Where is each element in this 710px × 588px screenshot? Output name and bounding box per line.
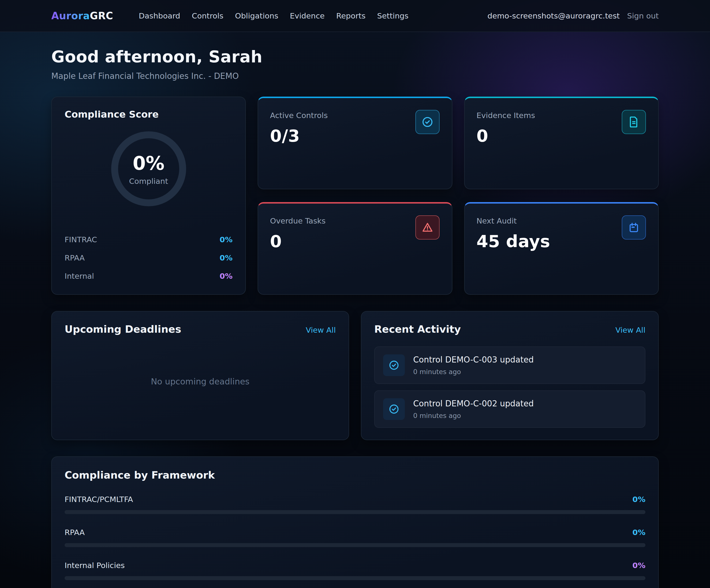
framework-label: RPAA: [65, 528, 85, 537]
circle-check-icon: [383, 354, 405, 376]
framework-row-rpaa: RPAA 0%: [65, 528, 645, 547]
compliance-percent: 0%: [133, 152, 164, 174]
stat-value: 0: [270, 231, 440, 251]
framework-progress-bar: [65, 576, 645, 580]
score-breakdown: FINTRAC 0% RPAA 0% Internal 0%: [65, 220, 233, 280]
nav-item-evidence[interactable]: Evidence: [290, 11, 325, 20]
stat-label: Active Controls: [270, 111, 440, 120]
activity-item-title: Control DEMO-C-003 updated: [413, 355, 534, 365]
compliance-score-title: Compliance Score: [65, 109, 233, 120]
alert-triangle-icon: [416, 215, 440, 240]
activity-item-time: 0 minutes ago: [413, 412, 534, 419]
stat-label: Next Audit: [476, 216, 646, 225]
activity-view-all-link[interactable]: View All: [615, 325, 645, 335]
logo-aurora: Aurora: [51, 10, 90, 21]
stat-label: Evidence Items: [476, 111, 646, 120]
framework-progress-bar: [65, 543, 645, 547]
deadlines-view-all-link[interactable]: View All: [306, 325, 336, 335]
stats-grid: Compliance Score 0% Compliant FINTRAC 0%: [51, 97, 659, 295]
compliance-score-card: Compliance Score 0% Compliant FINTRAC 0%: [51, 97, 246, 295]
score-row-value: 0%: [220, 253, 233, 262]
compliance-caption: Compliant: [129, 177, 168, 186]
score-row-fintrac: FINTRAC 0%: [65, 235, 233, 244]
app-logo[interactable]: AuroraGRC: [51, 10, 113, 21]
score-row-label: FINTRAC: [65, 235, 97, 244]
activity-item[interactable]: Control DEMO-C-002 updated 0 minutes ago: [374, 390, 645, 428]
nav-item-controls[interactable]: Controls: [192, 11, 223, 20]
evidence-items-card: Evidence Items 0: [464, 97, 659, 189]
top-navigation: AuroraGRC Dashboard Controls Obligations…: [0, 0, 710, 32]
nav-item-obligations[interactable]: Obligations: [235, 11, 278, 20]
framework-value: 0%: [632, 561, 645, 570]
compliance-ring: 0% Compliant: [111, 131, 186, 206]
circle-check-icon: [416, 110, 440, 134]
active-controls-card: Active Controls 0/3: [258, 97, 452, 189]
dashboard-page: Good afternoon, Sarah Maple Leaf Financi…: [51, 47, 659, 588]
activity-title: Recent Activity: [374, 323, 461, 335]
stat-value: 45 days: [476, 231, 646, 251]
compliance-by-framework-card: Compliance by Framework FINTRAC/PCMLTFA …: [51, 457, 659, 588]
activity-item[interactable]: Control DEMO-C-003 updated 0 minutes ago: [374, 346, 645, 384]
next-audit-card: Next Audit 45 days: [464, 202, 659, 295]
framework-row-internal: Internal Policies 0%: [65, 561, 645, 580]
score-row-value: 0%: [220, 272, 233, 280]
score-row-label: RPAA: [65, 253, 85, 262]
activity-item-title: Control DEMO-C-002 updated: [413, 399, 534, 408]
circle-check-icon: [383, 398, 405, 420]
activity-list: Control DEMO-C-003 updated 0 minutes ago…: [374, 346, 645, 428]
stat-label: Overdue Tasks: [270, 216, 440, 225]
overdue-tasks-card: Overdue Tasks 0: [258, 202, 452, 295]
user-email: demo-screenshots@auroragrc.test: [488, 11, 619, 20]
score-row-value: 0%: [220, 235, 233, 244]
activity-item-time: 0 minutes ago: [413, 368, 534, 375]
recent-activity-panel: Recent Activity View All Control DEMO-C-…: [361, 311, 659, 440]
framework-value: 0%: [632, 495, 645, 504]
score-row-rpaa: RPAA 0%: [65, 253, 233, 262]
framework-label: FINTRAC/PCMLTFA: [65, 495, 133, 504]
nav-item-settings[interactable]: Settings: [377, 11, 408, 20]
logo-grc: GRC: [90, 10, 113, 21]
framework-row-fintrac: FINTRAC/PCMLTFA 0%: [65, 495, 645, 514]
stat-value: 0: [476, 126, 646, 146]
stat-value: 0/3: [270, 126, 440, 146]
framework-label: Internal Policies: [65, 561, 125, 570]
file-text-icon: [622, 110, 646, 134]
calendar-icon: [622, 215, 646, 240]
nav-item-reports[interactable]: Reports: [336, 11, 365, 20]
score-row-internal: Internal 0%: [65, 272, 233, 280]
deadlines-empty-message: No upcoming deadlines: [65, 335, 336, 428]
upcoming-deadlines-panel: Upcoming Deadlines View All No upcoming …: [51, 311, 349, 440]
page-title: Good afternoon, Sarah: [51, 47, 659, 66]
sign-out-button[interactable]: Sign out: [627, 11, 659, 20]
company-subtitle: Maple Leaf Financial Technologies Inc. -…: [51, 71, 659, 81]
nav-links: Dashboard Controls Obligations Evidence …: [139, 11, 408, 20]
framework-progress-bar: [65, 510, 645, 514]
framework-title: Compliance by Framework: [65, 469, 645, 481]
panels-grid: Upcoming Deadlines View All No upcoming …: [51, 311, 659, 440]
deadlines-title: Upcoming Deadlines: [65, 323, 181, 335]
nav-item-dashboard[interactable]: Dashboard: [139, 11, 180, 20]
framework-value: 0%: [632, 528, 645, 537]
score-row-label: Internal: [65, 272, 94, 280]
